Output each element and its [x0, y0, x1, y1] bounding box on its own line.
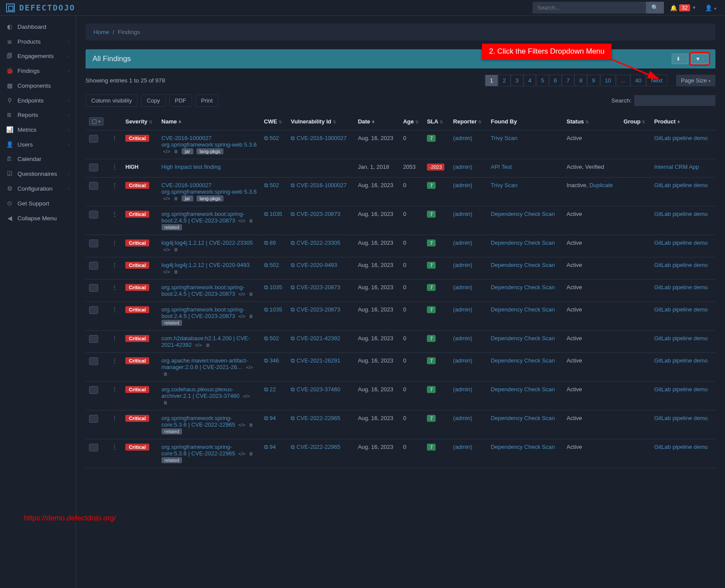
row-checkbox[interactable]: [89, 335, 98, 343]
reporter-link[interactable]: (admin): [453, 239, 472, 246]
row-actions-menu[interactable]: ⋮: [112, 444, 117, 450]
cwe-link[interactable]: 1035: [270, 306, 282, 313]
col-sla[interactable]: SLA: [423, 113, 450, 130]
found-by-link[interactable]: Dependency Check Scan: [491, 262, 555, 268]
vuln-link[interactable]: CVE-2016-1000027: [296, 182, 347, 188]
cwe-link[interactable]: 502: [270, 135, 279, 141]
cwe-link[interactable]: 502: [270, 262, 279, 268]
row-checkbox[interactable]: [89, 415, 98, 423]
found-by-link[interactable]: Dependency Check Scan: [491, 239, 555, 246]
row-checkbox[interactable]: [89, 444, 98, 451]
page-7[interactable]: 7: [562, 75, 574, 86]
reporter-link[interactable]: (admin): [453, 135, 472, 141]
found-by-link[interactable]: Dependency Check Scan: [491, 386, 555, 393]
sidebar-item-products[interactable]: ≣Products›: [0, 34, 76, 49]
col-age[interactable]: Age: [399, 113, 423, 130]
row-actions-menu[interactable]: ⋮: [112, 415, 117, 421]
product-link[interactable]: GitLab pipeline demo: [654, 239, 708, 246]
reporter-link[interactable]: (admin): [453, 306, 472, 313]
column-visibility-button[interactable]: Column visibility: [86, 94, 137, 107]
table-search-input[interactable]: [634, 95, 715, 106]
product-link[interactable]: GitLab pipeline demo: [654, 386, 708, 393]
product-link[interactable]: GitLab pipeline demo: [654, 284, 708, 291]
print-button[interactable]: Print: [196, 94, 219, 107]
found-by-link[interactable]: Trivy Scan: [491, 135, 517, 141]
finding-name-link[interactable]: org.codehaus.plexus:plexus-archiver:2.1 …: [161, 386, 240, 399]
row-actions-menu[interactable]: ⋮: [112, 182, 117, 188]
col-severity[interactable]: Severity: [122, 113, 158, 130]
page-6[interactable]: 6: [549, 75, 562, 86]
row-checkbox[interactable]: [89, 164, 98, 171]
page-size-button[interactable]: Page Size ▾: [676, 75, 715, 86]
finding-name-link[interactable]: org.springframework:spring-core:5.3.6 | …: [161, 415, 235, 428]
reporter-link[interactable]: (admin): [453, 386, 472, 393]
row-checkbox[interactable]: [89, 357, 98, 365]
vuln-link[interactable]: CVE-2022-23305: [296, 239, 340, 246]
finding-name-link[interactable]: org.springframework.boot:spring-boot:2.4…: [161, 211, 245, 224]
notifications-menu[interactable]: 🔔 32 ▼: [667, 4, 700, 11]
row-checkbox[interactable]: [89, 135, 98, 143]
vuln-link[interactable]: CVE-2021-42392: [296, 335, 340, 342]
product-link[interactable]: GitLab pipeline demo: [654, 306, 708, 313]
col-found-by[interactable]: Found By: [487, 113, 563, 130]
breadcrumb-home[interactable]: Home: [93, 29, 109, 35]
brand-logo[interactable]: DEFECTDOJO: [6, 3, 75, 12]
finding-name-link[interactable]: log4j:log4j:1.2.12 | CVE-2020-9493: [161, 262, 250, 268]
col-date[interactable]: Date ♦: [354, 113, 399, 130]
page-3[interactable]: 3: [511, 75, 523, 86]
copy-button[interactable]: Copy: [141, 94, 165, 107]
found-by-link[interactable]: Dependency Check Scan: [491, 335, 555, 342]
vuln-link[interactable]: CVE-2020-9493: [296, 262, 337, 268]
sidebar-item-engagements[interactable]: 🗐Engagements›: [0, 49, 76, 63]
product-link[interactable]: GitLab pipeline demo: [654, 444, 708, 450]
finding-name-link[interactable]: log4j:log4j:1.2.12 | CVE-2022-23305: [161, 239, 253, 246]
cwe-link[interactable]: 89: [270, 239, 276, 246]
reporter-link[interactable]: (admin): [453, 444, 472, 450]
row-checkbox[interactable]: [89, 262, 98, 270]
row-actions-menu[interactable]: ⋮: [112, 262, 117, 268]
cwe-link[interactable]: 94: [270, 415, 276, 421]
row-actions-menu[interactable]: ⋮: [112, 386, 117, 393]
page-9[interactable]: 9: [587, 75, 600, 86]
found-by-link[interactable]: Dependency Check Scan: [491, 211, 555, 217]
reporter-link[interactable]: (admin): [453, 262, 472, 268]
row-checkbox[interactable]: [89, 306, 98, 314]
found-by-link[interactable]: Dependency Check Scan: [491, 415, 555, 421]
product-link[interactable]: Internal CRM App: [654, 164, 699, 170]
row-checkbox[interactable]: [89, 284, 98, 292]
col-product[interactable]: Product ♦: [651, 113, 715, 130]
sidebar-item-endpoints[interactable]: ⚲Endpoints›: [0, 93, 76, 108]
row-actions-menu[interactable]: ⋮: [112, 211, 117, 217]
finding-name-link[interactable]: org.springframework:spring-core:5.3.6 | …: [161, 444, 235, 457]
col-reporter[interactable]: Reporter: [450, 113, 487, 130]
sidebar-item-configuration[interactable]: ⚙Configuration›: [0, 181, 76, 196]
cwe-link[interactable]: 502: [270, 335, 279, 342]
cwe-link[interactable]: 346: [270, 357, 279, 364]
product-link[interactable]: GitLab pipeline demo: [654, 262, 708, 268]
sidebar-item-components[interactable]: ▦Components: [0, 78, 76, 93]
product-link[interactable]: GitLab pipeline demo: [654, 211, 708, 217]
sidebar-item-metrics[interactable]: 📊Metrics›: [0, 122, 76, 137]
product-link[interactable]: GitLab pipeline demo: [654, 415, 708, 421]
row-actions-menu[interactable]: ⋮: [112, 164, 117, 170]
reporter-link[interactable]: (admin): [453, 357, 472, 364]
finding-name-link[interactable]: CVE-2016-1000027 org.springframework:spr…: [161, 182, 257, 195]
page-8[interactable]: 8: [574, 75, 587, 86]
pdf-button[interactable]: PDF: [169, 94, 192, 107]
sidebar-item-users[interactable]: 👤Users›: [0, 137, 76, 152]
vuln-link[interactable]: CVE-2016-1000027: [296, 135, 347, 141]
sidebar-item-get-support[interactable]: ⊙Get Support: [0, 196, 76, 211]
finding-name-link[interactable]: org.springframework.boot:spring-boot:2.4…: [161, 306, 245, 319]
row-actions-menu[interactable]: ⋮: [112, 335, 117, 342]
page-1[interactable]: 1: [485, 75, 498, 86]
sidebar-item-questionnaires[interactable]: ☑Questionnaires›: [0, 166, 76, 181]
row-actions-menu[interactable]: ⋮: [112, 306, 117, 313]
row-actions-menu[interactable]: ⋮: [112, 357, 117, 364]
row-checkbox[interactable]: [89, 386, 98, 394]
finding-name-link[interactable]: High Impact test finding: [161, 164, 221, 170]
col-vuln[interactable]: Vulnerability Id: [287, 113, 354, 130]
vuln-link[interactable]: CVE-2022-22965: [296, 444, 340, 450]
vuln-link[interactable]: CVE-2023-20873: [296, 306, 340, 313]
found-by-link[interactable]: Dependency Check Scan: [491, 284, 555, 291]
download-button[interactable]: ⬇ ▾: [672, 54, 688, 64]
